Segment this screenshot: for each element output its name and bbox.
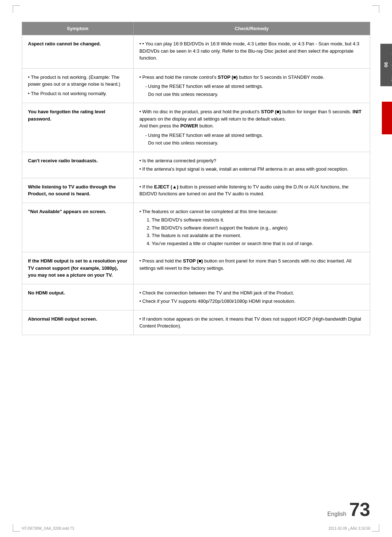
remedy-cell: • Check the connection between the TV an… (133, 284, 370, 310)
page-number: 73 (349, 500, 370, 519)
page-number-block: English 73 (327, 500, 370, 519)
symptom-text: No HDMI output. (28, 290, 65, 296)
table-row: If the HDMI output is set to a resolutio… (22, 252, 370, 284)
remedy-cell: • If the EJECT (▲) button is pressed whi… (133, 178, 370, 203)
symptom-cell: If the HDMI output is set to a resolutio… (22, 252, 134, 284)
remedy-cell: • Is the antenna connected properly? • I… (133, 152, 370, 178)
remedy-item: • Is the antenna connected properly? (139, 157, 364, 164)
remedy-cell: • Press and hold the STOP (■) button on … (133, 252, 370, 284)
symptom-text: You have forgotten the rating level pass… (28, 109, 105, 122)
remedy-item: 4. You've requested a title or chapter n… (139, 240, 364, 247)
symptom-text: Aspect ratio cannot be changed. (28, 41, 101, 46)
remedy-item: Do not use this unless necessary. (139, 91, 364, 98)
symptom-cell: Can't receive radio broadcasts. (22, 152, 134, 178)
table-row: Can't receive radio broadcasts. • Is the… (22, 152, 370, 178)
corner-tr (372, 5, 379, 13)
remedy-cell: • With no disc in the product, press and… (133, 103, 370, 152)
remedy-item: 3. The feature is not available at the m… (139, 232, 364, 239)
table-row: • The product is not working. (Example: … (22, 68, 370, 103)
symptom-header: Symptom (22, 22, 134, 35)
remedy-cell: • If random noise appears on the screen,… (133, 310, 370, 335)
remedy-item: • Check the connection between the TV an… (139, 289, 364, 297)
symptom-text: • The Product is not working normally. (28, 90, 127, 97)
symptom-text: "Not Available" appears on screen. (28, 209, 106, 214)
red-bookmark (382, 102, 392, 134)
symptom-text: Can't receive radio broadcasts. (28, 158, 98, 163)
remedy-item: • You can play 16:9 BD/DVDs in 16:9 Wide… (139, 40, 364, 62)
symptom-cell: You have forgotten the rating level pass… (22, 103, 134, 152)
footer-left: HT-D6730W_XAA_0208.indd 73 (22, 526, 74, 530)
remedy-item: • Press and hold the STOP (■) button on … (139, 257, 364, 272)
remedy-cell: • The features or action cannot be compl… (133, 203, 370, 252)
footer: HT-D6730W_XAA_0208.indd 73 2011-02-09 ¿À… (22, 526, 370, 530)
table-row: Aspect ratio cannot be changed. • You ca… (22, 35, 370, 69)
remedy-item: - Using the RESET function will erase al… (139, 132, 364, 139)
side-tab: 06 Other information (380, 44, 392, 86)
remedy-item: • Check if your TV supports 480p/720p/10… (139, 298, 364, 305)
table-row: You have forgotten the rating level pass… (22, 103, 370, 152)
language-label: English (327, 511, 346, 517)
remedy-item: • The features or action cannot be compl… (139, 208, 364, 215)
symptom-text: • The product is not working. (Example: … (28, 74, 127, 88)
symptom-cell: While listening to TV audio through the … (22, 178, 134, 203)
remedy-cell: • Press and hold the romote control's ST… (133, 68, 370, 103)
symptom-cell: Aspect ratio cannot be changed. (22, 35, 134, 69)
table-row: No HDMI output. • Check the connection b… (22, 284, 370, 310)
symptom-cell: "Not Available" appears on screen. (22, 203, 134, 252)
chapter-number: 06 (383, 62, 389, 68)
page-container: 06 Other information Symptom Check/Remed… (0, 0, 392, 537)
remedy-item: 2. The BD/DVD's software doesn't support… (139, 224, 364, 232)
remedy-item: 1. The BD/DVD's software restricts it. (139, 216, 364, 224)
remedy-item: - Using the RESET function will erase al… (139, 83, 364, 90)
remedy-cell: • You can play 16:9 BD/DVDs in 16:9 Wide… (133, 35, 370, 69)
symptom-cell: No HDMI output. (22, 284, 134, 310)
table-row: Abnormal HDMI output screen. • If random… (22, 310, 370, 335)
remedy-item: • With no disc in the product, press and… (139, 108, 364, 130)
remedy-item: • Press and hold the romote control's ST… (139, 74, 364, 81)
symptom-cell: Abnormal HDMI output screen. (22, 310, 134, 335)
corner-br (372, 524, 379, 532)
corner-bl (13, 524, 20, 532)
symptom-cell: • The product is not working. (Example: … (22, 68, 134, 103)
remedy-item: Do not use this unless necessary. (139, 139, 364, 147)
remedy-item: • If the EJECT (▲) button is pressed whi… (139, 183, 364, 198)
remedy-header: Check/Remedy (133, 22, 370, 35)
footer-right: 2011-02-09 ¿ÀÀû 3:16:58 (328, 526, 370, 530)
table-row: While listening to TV audio through the … (22, 178, 370, 203)
troubleshooting-table: Symptom Check/Remedy Aspect ratio cannot… (22, 22, 370, 335)
remedy-item: • If the antenna's input signal is weak,… (139, 166, 364, 173)
corner-tl (13, 5, 20, 13)
symptom-text: Abnormal HDMI output screen. (28, 316, 97, 322)
table-row: "Not Available" appears on screen. • The… (22, 203, 370, 252)
remedy-item: • If random noise appears on the screen,… (139, 316, 364, 330)
symptom-text: If the HDMI output is set to a resolutio… (28, 258, 127, 278)
symptom-text: While listening to TV audio through the … (28, 184, 116, 197)
